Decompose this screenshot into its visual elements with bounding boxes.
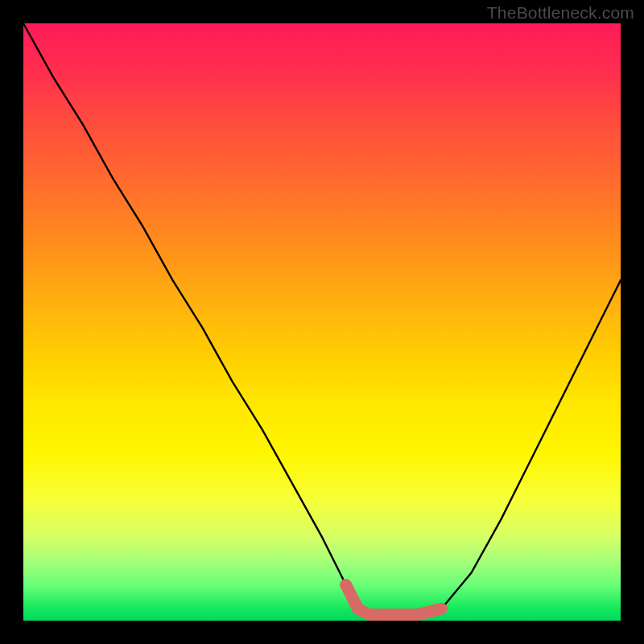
chart-frame: TheBottleneck.com (0, 0, 644, 644)
watermark: TheBottleneck.com (487, 3, 634, 23)
highlight-segment (346, 585, 442, 615)
plot-area (23, 23, 621, 621)
bottleneck-curve (23, 23, 621, 615)
chart-svg (23, 23, 621, 621)
